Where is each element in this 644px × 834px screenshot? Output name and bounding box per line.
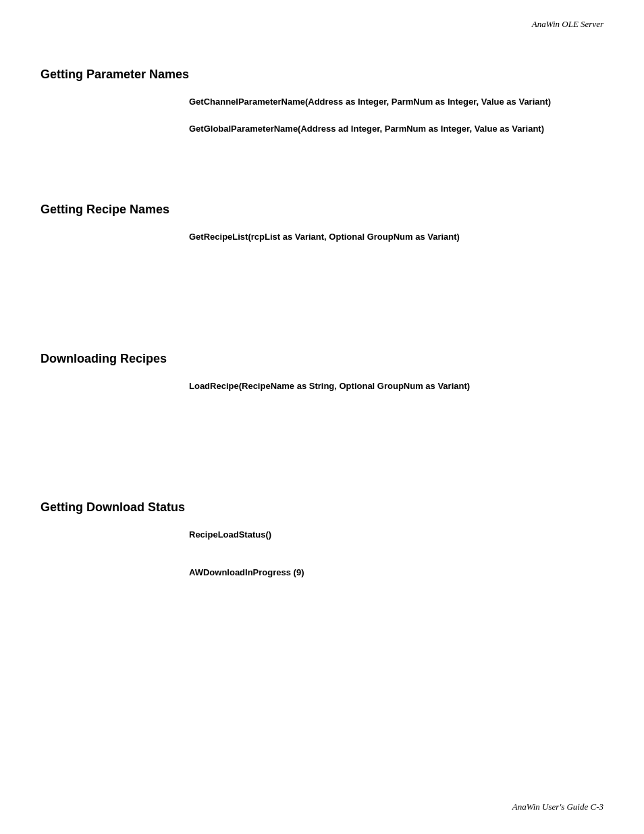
section-title-downloading-recipes: Downloading Recipes bbox=[41, 352, 603, 366]
section-title-getting-parameter-names: Getting Parameter Names bbox=[41, 68, 603, 82]
section-content-getting-parameter-names: GetChannelParameterName(Address as Integ… bbox=[189, 95, 563, 135]
code-aw-download-in-progress: AWDownloadInProgress (9) bbox=[189, 566, 563, 579]
section-getting-parameter-names: Getting Parameter Names GetChannelParame… bbox=[41, 68, 603, 135]
section-content-downloading-recipes: LoadRecipe(RecipeName as String, Optiona… bbox=[189, 380, 563, 393]
page-container: AnaWin OLE Server Getting Parameter Name… bbox=[0, 0, 644, 834]
code-get-channel-parameter-name: GetChannelParameterName(Address as Integ… bbox=[189, 95, 563, 109]
section-getting-download-status: Getting Download Status RecipeLoadStatus… bbox=[41, 500, 603, 579]
page-header: AnaWin OLE Server bbox=[532, 19, 603, 30]
header-title: AnaWin OLE Server bbox=[532, 19, 603, 29]
section-getting-recipe-names: Getting Recipe Names GetRecipeList(rcpLi… bbox=[41, 203, 603, 244]
section-content-getting-recipe-names: GetRecipeList(rcpList as Variant, Option… bbox=[189, 230, 563, 244]
section-content-getting-download-status: RecipeLoadStatus() AWDownloadInProgress … bbox=[189, 528, 563, 579]
page-footer: AnaWin User's Guide C-3 bbox=[512, 802, 603, 812]
code-get-recipe-list: GetRecipeList(rcpList as Variant, Option… bbox=[189, 230, 563, 244]
section-title-getting-recipe-names: Getting Recipe Names bbox=[41, 203, 603, 217]
code-get-global-parameter-name: GetGlobalParameterName(Address ad Intege… bbox=[189, 122, 563, 136]
code-recipe-load-status: RecipeLoadStatus() bbox=[189, 528, 563, 542]
code-load-recipe: LoadRecipe(RecipeName as String, Optiona… bbox=[189, 380, 563, 393]
footer-text: AnaWin User's Guide C-3 bbox=[512, 802, 603, 812]
section-title-getting-download-status: Getting Download Status bbox=[41, 500, 603, 515]
section-downloading-recipes: Downloading Recipes LoadRecipe(RecipeNam… bbox=[41, 352, 603, 393]
